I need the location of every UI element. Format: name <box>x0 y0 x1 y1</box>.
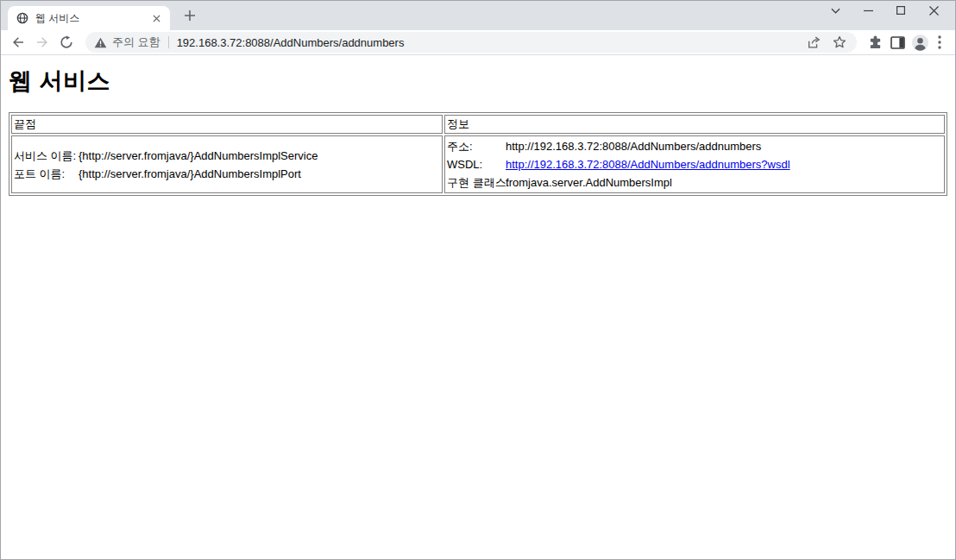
tab-title: 웹 서비스 <box>35 11 149 26</box>
tab-close-icon[interactable] <box>149 11 163 25</box>
maximize-button[interactable] <box>884 1 917 20</box>
window-controls <box>819 1 950 20</box>
impl-class-value: fromjava.server.AddNumbersImpl <box>506 174 942 191</box>
globe-favicon-icon <box>16 12 28 24</box>
page-content: 웹 서비스 끝점 정보 서비스 이름: {http://server.fromj… <box>1 55 955 559</box>
share-button[interactable] <box>805 34 822 51</box>
info-header-cell: 정보 <box>444 115 945 134</box>
browser-window: 웹 서비스 <box>0 0 956 560</box>
endpoint-header-cell: 끝점 <box>11 115 443 134</box>
menu-kebab-icon[interactable] <box>931 32 948 53</box>
close-button[interactable] <box>917 1 950 20</box>
browser-toolbar: 주의 요함 192.168.3.72:8088/AddNumbers/addnu… <box>1 30 955 55</box>
web-services-table: 끝점 정보 서비스 이름: {http://server.fromjava/}A… <box>9 112 947 196</box>
wsdl-label: WSDL: <box>447 156 506 173</box>
bookmark-star-icon[interactable] <box>831 34 848 51</box>
new-tab-button[interactable] <box>178 3 202 28</box>
url-text[interactable]: 192.168.3.72:8088/AddNumbers/addnumbers <box>177 36 796 49</box>
side-panel-icon[interactable] <box>886 32 909 53</box>
browser-tab[interactable]: 웹 서비스 <box>8 6 170 30</box>
page-title: 웹 서비스 <box>9 66 947 97</box>
wsdl-link[interactable]: http://192.168.3.72:8088/AddNumbers/addn… <box>506 158 790 171</box>
security-chip[interactable]: 주의 요함 <box>94 35 160 50</box>
back-button[interactable] <box>8 32 28 53</box>
impl-class-label: 구현 클래스: <box>447 174 506 191</box>
tab-strip: 웹 서비스 <box>1 1 955 30</box>
tab-search-chevron-down-icon[interactable] <box>819 1 852 20</box>
table-header-row: 끝점 정보 <box>11 115 945 134</box>
reload-button[interactable] <box>56 32 77 53</box>
omnibox-divider <box>168 36 169 48</box>
extensions-puzzle-icon[interactable] <box>864 32 886 53</box>
service-name-value: {http://server.fromjava/}AddNumbersImplS… <box>79 148 440 164</box>
info-cell: 주소: http://192.168.3.72:8088/AddNumbers/… <box>444 135 945 193</box>
address-value: http://192.168.3.72:8088/AddNumbers/addn… <box>506 138 942 154</box>
security-label: 주의 요함 <box>112 35 160 50</box>
warning-triangle-icon <box>94 37 107 48</box>
forward-button[interactable] <box>32 32 53 53</box>
port-name-label: 포트 이름: <box>14 166 79 182</box>
service-name-label: 서비스 이름: <box>14 148 79 164</box>
profile-avatar-icon[interactable] <box>909 32 931 53</box>
minimize-button[interactable] <box>852 1 884 20</box>
address-bar[interactable]: 주의 요함 192.168.3.72:8088/AddNumbers/addnu… <box>85 32 857 53</box>
port-name-value: {http://server.fromjava/}AddNumbersImplP… <box>79 166 440 182</box>
address-label: 주소: <box>447 138 506 154</box>
table-content-row: 서비스 이름: {http://server.fromjava/}AddNumb… <box>11 135 945 193</box>
endpoint-cell: 서비스 이름: {http://server.fromjava/}AddNumb… <box>11 135 443 193</box>
